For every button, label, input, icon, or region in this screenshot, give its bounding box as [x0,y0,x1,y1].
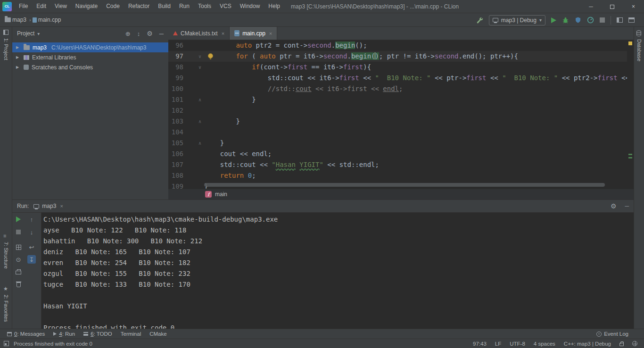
status-lf[interactable]: LF [495,341,501,347]
status-97-43[interactable]: 97:43 [473,341,487,347]
collapse-all-icon[interactable]: ↕ [137,30,140,37]
highlighting-level-icon[interactable] [619,343,624,346]
locate-file-icon[interactable]: ⊕ [125,30,131,37]
fold-marker-icon[interactable]: ∧ [197,94,203,105]
close-icon[interactable]: × [222,31,224,36]
hide-panel-icon[interactable]: ─ [625,203,629,209]
fold-marker-icon[interactable]: ∨ [197,62,203,73]
run-config-selector[interactable]: map3 | Debug ▾ [489,15,545,25]
gear-icon[interactable]: ⚙ [147,30,153,37]
stripe-project[interactable]: 1: Project [3,38,9,60]
status-4-spaces[interactable]: 4 spaces [534,341,555,347]
tab-main-cpp[interactable]: main.cpp× [230,27,277,40]
code-line-99[interactable]: 99 std::cout << it6->first << " B10 Note… [168,73,627,83]
menu-run[interactable]: Run [175,0,194,13]
toolwindow-button-cmake[interactable]: CMake [145,329,171,339]
debug-icon[interactable] [562,17,569,24]
close-icon[interactable]: × [60,203,63,209]
profiler-icon[interactable] [587,17,594,24]
clear-all-button[interactable] [14,280,23,289]
console-line[interactable]: deniz B10 Note: 165 B10 Note: 107 [43,247,190,257]
menu-build[interactable]: Build [154,0,175,13]
tree-item-scratches-and-consoles[interactable]: ▶Scratches and Consoles [12,62,168,72]
restore-layout-button[interactable] [14,243,23,251]
console-line[interactable]: ozgul B10 Note: 155 B10 Note: 232 [43,268,190,279]
menu-view[interactable]: View [50,0,71,13]
code-line-101[interactable]: 101∧ } [168,94,627,105]
close-button[interactable]: × [623,0,644,13]
toolwindow-toggle-icon[interactable] [4,341,9,346]
maximize-button[interactable] [602,0,623,13]
stop-button[interactable] [14,228,23,236]
build-icon[interactable] [476,17,483,24]
breadcrumb-function[interactable]: main [215,191,227,198]
run-console[interactable]: C:\Users\HASAN\Desktop\hash\map3\cmake-b… [42,213,632,329]
layout-icon[interactable] [628,17,635,23]
menu-navigate[interactable]: Navigate [71,0,102,13]
console-line[interactable]: C:\Users\HASAN\Desktop\hash\map3\cmake-b… [43,214,278,225]
soft-wrap-button[interactable]: ↩ [27,243,36,251]
hide-panel-icon[interactable]: ─ [159,30,164,37]
menu-help[interactable]: Help [264,0,284,13]
stripe-favorites[interactable]: 2: Favorites [3,295,9,322]
horizontal-scrollbar[interactable] [204,183,605,187]
close-icon[interactable]: × [269,31,272,36]
tab-cmakelists-txt[interactable]: CMakeLists.txt× [168,27,230,40]
tree-item-map3[interactable]: ▶map3C:\Users\HASAN\Desktop\hash\map3 [12,42,168,52]
code-line-105[interactable]: 105∧ } [168,138,627,149]
error-stripe[interactable] [627,40,634,189]
toolwindow-button-0-messages[interactable]: 0: Messages [3,329,49,339]
change-mark[interactable] [628,154,632,155]
run-button[interactable] [551,17,556,23]
project-panel-title[interactable]: Project [17,30,34,37]
tree-item-external-libraries[interactable]: ▶External Libraries [12,52,168,62]
next-occurrence-button[interactable]: ↓ [27,228,36,236]
fold-marker-icon[interactable]: ∧ [197,116,203,127]
chevron-right-icon[interactable]: ▶ [16,45,21,50]
console-line[interactable]: tugce B10 Note: 133 B10 Note: 170 [43,279,190,290]
stop-button[interactable] [600,17,605,23]
chevron-right-icon[interactable]: ▶ [16,65,21,69]
code-line-98[interactable]: 98∨ if(cont->first == it6->first){ [168,62,627,73]
code-line-104[interactable]: 104 [168,127,627,138]
menu-window[interactable]: Window [236,0,264,13]
code-editor[interactable]: 96 auto ptr2 = cont->second.begin();97∨ … [168,40,627,189]
menu-code[interactable]: Code [102,0,124,13]
gear-icon[interactable]: ⚙ [611,203,617,209]
scroll-to-end-button[interactable]: ↧ [27,255,36,264]
search-everywhere-icon[interactable] [617,17,623,23]
code-line-102[interactable]: 102 [168,105,627,116]
warning-mark[interactable] [628,41,632,45]
stripe-database[interactable]: Database [636,39,642,61]
code-line-96[interactable]: 96 auto ptr2 = cont->second.begin(); [168,40,627,51]
chevron-right-icon[interactable]: ▶ [16,55,21,59]
breadcrumb-file[interactable]: main.cpp [38,17,61,23]
fold-marker-icon[interactable]: ∨ [197,51,203,62]
print-button[interactable] [14,267,23,276]
pin-tab-button[interactable]: ⊙ [14,255,23,264]
console-line[interactable]: evren B10 Note: 254 B10 Note: 182 [43,257,190,268]
menu-vcs[interactable]: VCS [215,0,236,13]
toolwindow-button-event-log[interactable]: Event Log [592,329,633,339]
stripe-structure[interactable]: 7: Structure [3,242,9,269]
rerun-button[interactable] [14,215,23,224]
code-line-107[interactable]: 107 std::cout << "Hasan YIGIT" << std::e… [168,159,627,170]
console-line[interactable]: Hasan YIGIT [43,301,87,312]
code-line-100[interactable]: 100 //std::cout << it6->first << endl; [168,83,627,94]
menu-tools[interactable]: Tools [194,0,215,13]
prev-occurrence-button[interactable]: ↑ [27,215,36,224]
code-line-97[interactable]: 97∨ for ( auto ptr = it6->second.begin()… [168,51,627,62]
menu-file[interactable]: File [15,0,32,13]
breadcrumb-project[interactable]: map3 [12,17,26,23]
toolwindow-button-6-todo[interactable]: 6: TODO [79,329,116,339]
status-c-map3-debug[interactable]: C++: map3 | Debug [564,341,611,347]
toolwindow-button-4-run[interactable]: 4: Run [49,329,79,339]
minimize-button[interactable]: ─ [580,0,602,13]
fold-marker-icon[interactable]: ∧ [197,138,203,149]
console-line[interactable]: bahattin B10 Note: 300 B10 Note: 212 [43,236,202,247]
code-line-103[interactable]: 103∧ } [168,116,627,127]
code-line-106[interactable]: 106 cout << endl; [168,149,627,159]
menu-edit[interactable]: Edit [32,0,50,13]
change-mark[interactable] [628,157,632,158]
toolwindow-button-terminal[interactable]: Terminal [116,329,145,339]
